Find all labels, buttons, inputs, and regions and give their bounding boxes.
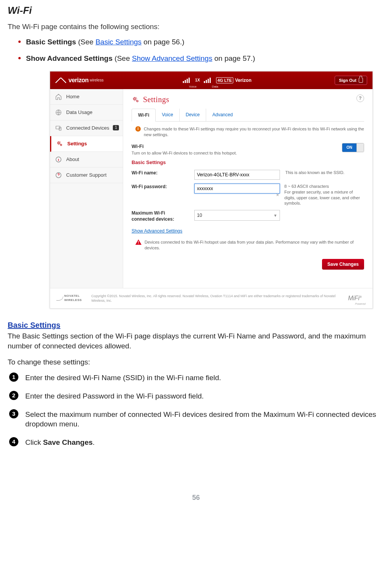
svg-rect-1 bbox=[56, 126, 60, 129]
gears-icon bbox=[56, 140, 63, 148]
sidebar-item-data-usage[interactable]: Data Usage bbox=[50, 105, 123, 120]
sidebar-item-label: Connected Devices bbox=[66, 125, 109, 132]
carrier-name: Verizon bbox=[235, 77, 252, 83]
wifi-section-sub: Turn on to allow Wi-Fi devices to connec… bbox=[132, 150, 364, 156]
info-message: i Changes made to these Wi-Fi settings m… bbox=[135, 126, 364, 138]
basic-settings-description: The Basic Settings section of the Wi-Fi … bbox=[8, 331, 384, 351]
svg-point-4 bbox=[60, 144, 62, 146]
svg-point-8 bbox=[137, 100, 138, 102]
toggle-on-label: ON bbox=[342, 143, 356, 152]
novatel-logo: NOVATEL WIRELESS bbox=[57, 295, 86, 301]
sidebar-item-label: Data Usage bbox=[66, 109, 93, 116]
sidebar-item-home[interactable]: Home bbox=[50, 89, 123, 105]
clear-input-icon[interactable]: × bbox=[276, 192, 279, 198]
save-changes-button[interactable]: Save Changes bbox=[322, 259, 364, 270]
home-icon bbox=[55, 93, 62, 101]
voice-tech: 1X bbox=[195, 78, 200, 83]
brand-text: verizon bbox=[68, 76, 89, 85]
main-title-text: Settings bbox=[143, 94, 169, 105]
wifi-name-hint: This is also known as the SSID. bbox=[285, 170, 364, 176]
step-2: Enter the desired Password in the Wi-Fi … bbox=[8, 391, 384, 401]
wifi-name-label: Wi-Fi name: bbox=[132, 170, 189, 176]
main-panel: ? Settings Wi-Fi Voice Device Advanced i… bbox=[123, 89, 372, 288]
sidebar-item-label: Settings bbox=[67, 140, 87, 147]
voice-label: Voice bbox=[189, 85, 197, 89]
sign-out-label: Sign Out bbox=[339, 78, 356, 83]
verizon-logo: verizon wireless bbox=[55, 76, 104, 85]
globe-icon bbox=[55, 109, 62, 116]
devices-icon bbox=[55, 124, 62, 132]
bullet-advanced-settings: Show Advanced Settings (See Show Advance… bbox=[8, 54, 384, 63]
help-icon bbox=[55, 171, 62, 179]
wifi-name-input[interactable] bbox=[194, 170, 280, 180]
wifi-toggle[interactable]: ON bbox=[342, 143, 364, 152]
connected-count-badge: 1 bbox=[113, 125, 119, 130]
svg-point-7 bbox=[134, 98, 136, 100]
sidebar-item-about[interactable]: About bbox=[50, 152, 123, 168]
basic-settings-heading: Basic Settings bbox=[8, 320, 384, 330]
steps-intro: To change these settings: bbox=[8, 357, 384, 367]
warning-text: Devices connected to this Wi-Fi hotspot … bbox=[145, 239, 364, 251]
max-devices-select[interactable]: 10 ▼ bbox=[194, 210, 280, 221]
sidebar-item-support[interactable]: Customer Support bbox=[50, 168, 123, 183]
sidebar-item-label: Customer Support bbox=[66, 172, 107, 179]
step-1: Enter the desired Wi-Fi Name (SSID) in t… bbox=[8, 373, 384, 383]
max-devices-label: Maximum Wi-Fi connected devices: bbox=[132, 210, 189, 222]
brand-subtext: wireless bbox=[90, 78, 104, 83]
bullet-basic-settings: Basic Settings (See Basic Settings on pa… bbox=[8, 37, 384, 47]
tab-device[interactable]: Device bbox=[180, 109, 207, 121]
warning-icon bbox=[135, 239, 142, 245]
link-basic-settings[interactable]: Basic Settings bbox=[96, 38, 142, 46]
chevron-down-icon: ▼ bbox=[273, 213, 277, 218]
wifi-password-input[interactable] bbox=[194, 184, 280, 194]
tab-wifi[interactable]: Wi-Fi bbox=[132, 109, 156, 122]
sidebar-item-label: About bbox=[66, 156, 79, 163]
step-3: Select the maximum number of connected W… bbox=[8, 410, 384, 429]
lte-badge: 4G LTE bbox=[216, 77, 234, 84]
sidebar-item-connected-devices[interactable]: Connected Devices 1 bbox=[50, 120, 123, 136]
embedded-screenshot: verizon wireless 1X 4G LTE Voice Data Ve… bbox=[50, 71, 373, 309]
header-bar: verizon wireless 1X 4G LTE Voice Data Ve… bbox=[50, 72, 372, 89]
wifi-password-hint: 8 ~ 63 ASCII characters For greater secu… bbox=[285, 184, 364, 206]
show-advanced-link[interactable]: Show Advanced Settings bbox=[132, 228, 182, 234]
data-signal-icon bbox=[204, 78, 211, 83]
tab-advanced[interactable]: Advanced bbox=[206, 109, 239, 121]
max-devices-value: 10 bbox=[197, 212, 202, 218]
novatel-swoosh-icon bbox=[56, 296, 63, 301]
info-circle-icon: i bbox=[135, 126, 141, 132]
link-advanced-settings[interactable]: Show Advanced Settings bbox=[132, 54, 212, 62]
footer: NOVATEL WIRELESS Copyright ©2015. Novate… bbox=[50, 288, 372, 308]
intro-text: The Wi-Fi page contains the following se… bbox=[8, 22, 384, 32]
bullet-label: Basic Settings bbox=[26, 38, 76, 46]
basic-settings-head: Basic Settings bbox=[132, 159, 364, 166]
settings-tabs: Wi-Fi Voice Device Advanced bbox=[132, 109, 364, 122]
verizon-check-icon bbox=[55, 78, 66, 83]
page-title: Wi-Fi bbox=[8, 4, 384, 17]
info-text: Changes made to these Wi-Fi settings may… bbox=[144, 126, 364, 138]
help-button[interactable]: ? bbox=[356, 94, 364, 102]
settings-title-icon bbox=[132, 96, 140, 104]
sign-out-button[interactable]: Sign Out bbox=[335, 76, 367, 85]
sidebar: Home Data Usage Connected Devices 1 bbox=[50, 89, 123, 288]
tab-voice[interactable]: Voice bbox=[156, 109, 179, 121]
wifi-section-head: Wi-Fi bbox=[132, 143, 364, 150]
mifi-logo: MiFi® Powered bbox=[348, 294, 366, 303]
bullet-label: Show Advanced Settings bbox=[26, 54, 112, 62]
svg-point-3 bbox=[58, 142, 60, 144]
info-icon bbox=[55, 156, 62, 163]
warning-message: Devices connected to this Wi-Fi hotspot … bbox=[135, 239, 364, 251]
page-number: 56 bbox=[8, 493, 384, 502]
sidebar-item-settings[interactable]: Settings bbox=[50, 136, 123, 152]
data-label: Data bbox=[212, 85, 218, 89]
toggle-knob bbox=[356, 143, 364, 152]
step-4: Click Save Changes. bbox=[8, 438, 384, 447]
lock-icon bbox=[359, 78, 363, 83]
wifi-password-label: Wi-Fi password: bbox=[132, 184, 189, 190]
sidebar-item-label: Home bbox=[66, 93, 80, 100]
copyright-text: Copyright ©2015. Novatel Wireless, Inc. … bbox=[91, 294, 343, 303]
voice-signal-icon bbox=[183, 78, 190, 83]
